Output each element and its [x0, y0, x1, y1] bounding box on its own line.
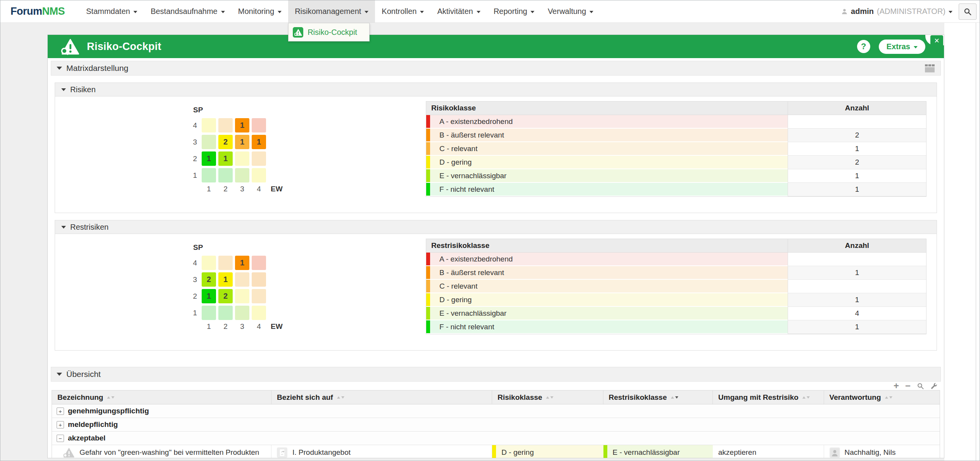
matrix-cell[interactable]: 1 [252, 135, 266, 149]
column-header-bezieht-sich-auf[interactable]: Bezieht sich auf [271, 390, 492, 404]
expand-group-icon[interactable]: + [57, 421, 64, 428]
panel-risiken-header[interactable]: Risiken [55, 83, 937, 96]
matrix-cell[interactable]: 1 [202, 151, 216, 166]
class-table-row[interactable]: F - nicht relevant1 [426, 320, 926, 334]
matrix-row-label: 1 [187, 309, 197, 317]
menu-stammdaten[interactable]: Stammdaten [80, 0, 144, 22]
menu-risikomanagement[interactable]: Risikomanagement Risiko-Cockpit [288, 0, 375, 22]
class-table-row[interactable]: C - relevant [426, 280, 926, 293]
expand-all-icon[interactable]: + [894, 382, 899, 389]
scrollbar-track[interactable] [976, 22, 976, 461]
collapse-group-icon[interactable]: − [57, 435, 64, 442]
class-table-row[interactable]: F - nicht relevant1 [426, 183, 926, 196]
sort-icons[interactable] [337, 396, 344, 399]
extras-button[interactable]: Extras [879, 40, 925, 54]
close-button[interactable]: ✕ [930, 35, 943, 46]
matrix-row: 3211 [187, 135, 283, 149]
group-row[interactable]: +genehmigungspflichtig [52, 404, 940, 418]
matrix-cell[interactable]: 1 [218, 272, 233, 287]
class-count: 1 [788, 266, 926, 280]
matrix-cell [252, 306, 266, 320]
column-header-label: Bezieht sich auf [277, 393, 333, 402]
matrix-cell[interactable]: 2 [218, 135, 233, 149]
section-matrixdarstellung-header[interactable]: Matrixdarstellung [51, 61, 941, 76]
group-row[interactable]: −akzeptabel [52, 432, 940, 445]
matrix-cell[interactable]: 1 [235, 118, 249, 132]
section-uebersicht-header[interactable]: Übersicht [51, 367, 941, 382]
class-table-row[interactable]: D - gering2 [426, 156, 926, 169]
sort-icons[interactable] [885, 396, 892, 399]
search-button[interactable] [959, 3, 977, 20]
table-view-icon[interactable] [925, 64, 935, 73]
help-button[interactable]: ? [857, 40, 870, 53]
risk-row[interactable]: Gefahr von "green-washing" bei vermittel… [52, 445, 940, 458]
panel-title: Restrisiken [70, 223, 109, 232]
matrix-cell [235, 289, 249, 303]
column-header-umgang-mit-restrisiko[interactable]: Umgang mit Restrisiko [713, 390, 824, 404]
column-header-risikoklasse[interactable]: Risikoklasse [492, 390, 603, 404]
logo-part-forum: Forum [10, 5, 42, 17]
class-table-row[interactable]: A - existenzbedrohend [426, 115, 926, 129]
matrix-cell[interactable]: 1 [235, 256, 249, 270]
collapse-triangle-icon [61, 88, 66, 91]
class-label: B - äußerst relevant [430, 266, 788, 280]
matrix-cell[interactable]: 2 [218, 289, 233, 303]
class-table-row[interactable]: E - vernachlässigbar4 [426, 307, 926, 320]
class-table-row[interactable]: A - existenzbedrohend [426, 253, 926, 266]
class-color-stripe [603, 445, 607, 458]
chevron-down-icon [365, 11, 368, 13]
menu-verwaltung[interactable]: Verwaltung [541, 0, 600, 22]
chevron-down-icon [531, 11, 534, 13]
chevron-down-icon [221, 11, 225, 13]
class-label: F - nicht relevant [430, 183, 788, 196]
column-header-verantwortung[interactable]: Verantwortung [824, 390, 940, 404]
group-row[interactable]: +meldepflichtig [52, 418, 940, 432]
column-header-label: Risikoklasse [498, 393, 542, 402]
app-logo[interactable]: ForumNMS [10, 5, 65, 17]
magnifier-icon[interactable] [917, 382, 924, 390]
class-table-row[interactable]: E - vernachlässigbar1 [426, 169, 926, 183]
matrix-cell[interactable]: 1 [202, 289, 216, 303]
collapse-all-icon[interactable]: − [905, 382, 911, 389]
menu-bestandsaufnahme[interactable]: Bestandsaufnahme [144, 0, 231, 22]
class-table-row[interactable]: C - relevant1 [426, 142, 926, 156]
matrix-cell[interactable]: 1 [218, 151, 233, 166]
matrix-cell[interactable]: 1 [235, 135, 249, 149]
class-table-row[interactable]: D - gering1 [426, 293, 926, 307]
class-color-stripe [426, 115, 430, 129]
menu-monitoring[interactable]: Monitoring [232, 0, 288, 22]
sort-icons[interactable] [671, 396, 678, 399]
matrix-col-label: 2 [218, 322, 233, 331]
content-card: Risiko-Cockpit ? Extras ✕ Matrixdarstell… [47, 34, 944, 458]
class-label: C - relevant [430, 142, 788, 156]
overview-toolbar: + − [48, 382, 944, 390]
menu-kontrollen[interactable]: Kontrollen [375, 0, 430, 22]
responsibility-cell: Nachhaltig, Nils [824, 445, 940, 458]
menu-reporting[interactable]: Reporting [487, 0, 541, 22]
column-header-restrisikoklasse[interactable]: Restrisikoklasse [603, 390, 713, 404]
panel-restrisiken-header[interactable]: Restrisiken [55, 220, 937, 234]
sort-icons[interactable] [107, 396, 114, 399]
app-window: ForumNMS Stammdaten Bestandsaufnahme Mon… [0, 0, 980, 461]
menu-item-risiko-cockpit[interactable]: Risiko-Cockpit [291, 25, 367, 39]
class-table-row[interactable]: B - äußerst relevant2 [426, 129, 926, 142]
class-table-row[interactable]: B - äußerst relevant1 [426, 266, 926, 280]
class-label: A - existenzbedrohend [430, 115, 788, 129]
class-label: E - vernachlässigbar [430, 169, 788, 183]
user-menu[interactable]: admin (ADMINISTRATOR) [841, 7, 952, 16]
column-header-bezeichnung[interactable]: Bezeichnung [52, 390, 271, 404]
class-color-stripe [426, 183, 430, 196]
risiken-class-table: RisikoklasseAnzahlA - existenzbedrohendB… [426, 101, 926, 197]
avatar-icon [830, 447, 840, 458]
menu-aktivitaeten[interactable]: Aktivitäten [430, 0, 487, 22]
matrix-x-axis: 1234EW [187, 322, 283, 331]
class-color-stripe [426, 320, 430, 334]
sort-icons[interactable] [546, 396, 553, 399]
sort-icons[interactable] [802, 396, 810, 399]
wrench-icon[interactable] [930, 382, 938, 390]
matrix-row-label: 3 [187, 138, 197, 146]
class-count: 4 [788, 307, 926, 320]
expand-group-icon[interactable]: + [57, 408, 64, 415]
matrix-cell [202, 118, 216, 132]
matrix-cell[interactable]: 2 [202, 272, 216, 287]
